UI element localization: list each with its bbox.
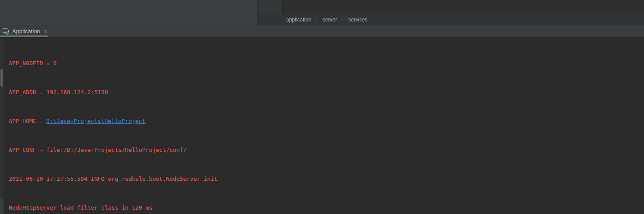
app-home-link[interactable]: D:\Java-Projects\HelloProject [46,118,145,124]
breadcrumb-item-application[interactable]: application [286,17,311,23]
breadcrumb: application › server › services [258,14,644,25]
console-line: 2021-06-10 17:27:55.594 INFO org.redkale… [9,174,644,184]
console-line: APP_CONF = file:/D:/Java-Projects/HelloP… [9,145,644,155]
scrollbar-track-end [0,199,3,214]
editor-left-pane [0,0,257,25]
scrollbar-thumb[interactable] [0,69,3,87]
breadcrumb-item-services[interactable]: services [348,17,367,23]
console-line: NodeHttpServer load filter class in 120 … [9,203,644,213]
editor-gutter-pane [258,0,283,14]
console-line-prefix: APP_HOME = [9,118,46,124]
chevron-right-icon: › [316,17,318,22]
console-output: APP_NODEID = 0 APP_ADDR = 192.168.124.2:… [3,38,644,214]
run-tab-bar: Application × [0,25,644,37]
console-left-scrollbar[interactable] [0,38,3,214]
console-line: APP_ADDR = 192.168.124.2:5150 [9,88,644,97]
chevron-right-icon: › [342,17,343,22]
editor-right-pane [283,0,644,14]
breadcrumb-item-server[interactable]: server [322,17,337,23]
console-icon [2,28,9,35]
close-icon[interactable]: × [44,28,48,35]
console-panel: APP_NODEID = 0 APP_ADDR = 192.168.124.2:… [0,37,644,214]
tab-application-label: Application [12,28,40,35]
console-line: APP_NODEID = 0 [9,59,644,68]
editor-strip: application › server › services [0,0,644,25]
console-line: APP_HOME = D:\Java-Projects\HelloProject [9,116,644,126]
